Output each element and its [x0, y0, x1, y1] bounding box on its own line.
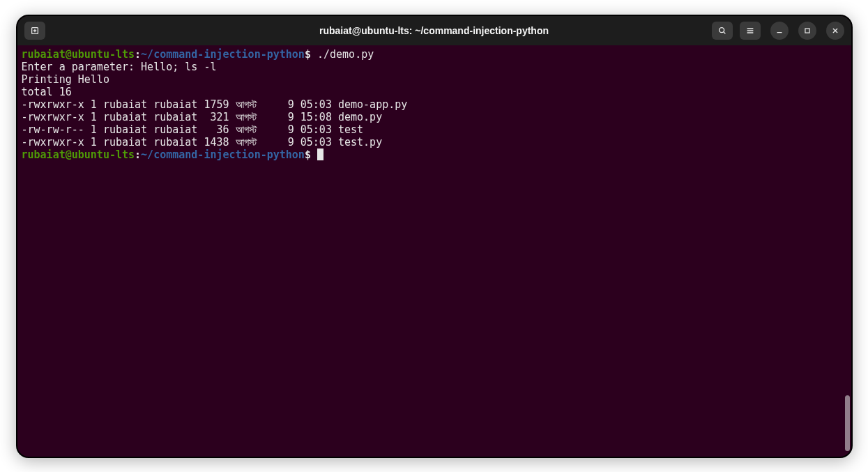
prompt-line-1: rubaiat@ubuntu-lts:~/command-injection-p… [22, 48, 847, 61]
output-line: total 16 [22, 86, 847, 98]
output-line: -rwxrwxr-x 1 rubaiat rubaiat 1759 আগস্ট … [22, 98, 847, 111]
prompt-at: @ [66, 48, 72, 61]
prompt-colon: : [135, 48, 141, 61]
prompt-host: ubuntu-lts [72, 149, 135, 161]
prompt-dollar: $ [305, 48, 311, 61]
output-line: Printing Hello [22, 73, 847, 86]
title-bar-right [712, 22, 844, 40]
search-button[interactable] [712, 22, 733, 40]
prompt-user: rubaiat [22, 48, 66, 61]
maximize-button[interactable] [798, 22, 816, 40]
svg-line-4 [723, 31, 725, 33]
output-line: -rwxrwxr-x 1 rubaiat rubaiat 1438 আগস্ট … [22, 136, 847, 149]
terminal-window: rubaiat@ubuntu-lts: ~/command-injection-… [16, 15, 853, 458]
window-title: rubaiat@ubuntu-lts: ~/command-injection-… [319, 25, 549, 36]
output-line: Enter a parameter: Hello; ls -l [22, 61, 847, 73]
output-line: -rwxrwxr-x 1 rubaiat rubaiat 321 আগস্ট 9… [22, 111, 847, 123]
prompt-line-2: rubaiat@ubuntu-lts:~/command-injection-p… [22, 149, 847, 161]
cursor [317, 149, 323, 160]
prompt-path: ~/command-injection-python [141, 48, 305, 61]
prompt-path: ~/command-injection-python [141, 149, 305, 161]
prompt-host: ubuntu-lts [72, 48, 135, 61]
title-bar: rubaiat@ubuntu-lts: ~/command-injection-… [17, 16, 851, 45]
prompt-colon: : [135, 149, 141, 161]
prompt-user: rubaiat [22, 149, 66, 161]
svg-rect-9 [805, 28, 809, 32]
prompt-dollar: $ [305, 149, 311, 161]
scrollbar-thumb[interactable] [845, 395, 850, 451]
close-button[interactable] [826, 22, 844, 40]
title-bar-left [24, 22, 45, 40]
output-line: -rw-rw-r-- 1 rubaiat rubaiat 36 আগস্ট 9 … [22, 123, 847, 136]
new-tab-button[interactable] [24, 22, 45, 40]
terminal-body[interactable]: rubaiat@ubuntu-lts:~/command-injection-p… [17, 45, 851, 457]
command-text: ./demo.py [317, 48, 374, 61]
svg-point-3 [719, 27, 724, 32]
minimize-button[interactable] [770, 22, 789, 40]
menu-button[interactable] [740, 22, 761, 40]
prompt-at: @ [66, 149, 72, 161]
